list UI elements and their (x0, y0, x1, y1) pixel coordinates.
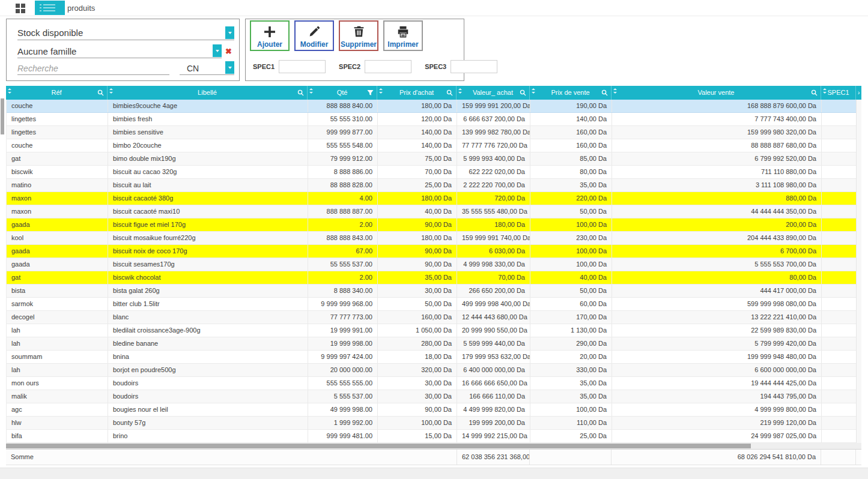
lang-dropdown-button[interactable] (225, 61, 234, 74)
sort-arrows-icon[interactable] (379, 88, 383, 94)
cell-qte[interactable]: 19 999 991.00 (308, 324, 378, 337)
cell-prix_vente[interactable]: 50,00 Da (530, 285, 612, 297)
cell-libelle[interactable]: biscwik chocolat (108, 271, 308, 284)
cell-spec1[interactable] (822, 179, 857, 191)
list-view-tab-active[interactable] (35, 1, 65, 15)
famille-combobox[interactable]: Aucune famille (17, 44, 222, 58)
cell-valeur_achat[interactable]: 180,00 Da (457, 218, 530, 231)
table-row[interactable]: gatbiscwik chocolat2.0035,00 Da70,00 Da4… (7, 271, 861, 285)
cell-libelle[interactable]: biscuit au lait (108, 179, 308, 191)
cell-libelle[interactable]: borjot en poudre500g (108, 364, 308, 376)
cell-prix_vente[interactable]: 330,00 Da (530, 364, 612, 376)
cell-qte[interactable]: 77 777 773.00 (308, 311, 378, 324)
cell-prix_achat[interactable]: 1 050,00 Da (378, 324, 457, 337)
table-row[interactable]: gaadabiscuit sesames170g55 555 537.0090,… (7, 258, 861, 271)
vertical-scrollbar-thumb[interactable] (1, 98, 4, 134)
cell-prix_vente[interactable]: 35,00 Da (530, 390, 612, 403)
sort-arrows-icon[interactable] (823, 88, 827, 94)
horizontal-scrollbar[interactable] (6, 443, 861, 449)
cell-valeur_achat[interactable]: 139 999 982 780,00 Da (457, 126, 530, 139)
cell-prix_achat[interactable]: 40,00 Da (378, 205, 457, 218)
cell-libelle[interactable]: biscuit cacaoté maxi10 (108, 205, 308, 218)
column-header-valeur_achat[interactable]: Valeur_ achat (457, 86, 530, 100)
cell-qte[interactable]: 1 999 992.00 (308, 417, 378, 429)
cell-qte[interactable]: 888 888 840.00 (308, 100, 378, 112)
cell-prix_achat[interactable]: 160,00 Da (378, 311, 457, 324)
cell-spec1[interactable] (822, 139, 857, 152)
cell-spec1[interactable] (822, 417, 857, 429)
search-icon[interactable] (297, 89, 304, 96)
cell-qte[interactable]: 49 999 998.00 (308, 403, 378, 416)
cell-qte[interactable]: 55 555 310.00 (308, 113, 378, 125)
cell-ref[interactable]: lah (7, 337, 108, 350)
cell-ref[interactable]: lah (7, 364, 108, 376)
cell-prix_achat[interactable]: 180,00 Da (378, 232, 457, 244)
cell-prix_achat[interactable]: 140,00 Da (378, 126, 457, 139)
cell-libelle[interactable]: boudoirs (108, 377, 308, 390)
cell-prix_achat[interactable]: 50,00 Da (378, 298, 457, 310)
cell-valeur_achat[interactable]: 5 599 999 440,00 Da (457, 337, 530, 350)
cell-ref[interactable]: maxon (7, 192, 108, 205)
cell-spec1[interactable] (822, 192, 857, 205)
spec1-input[interactable] (279, 60, 326, 73)
cell-spec1[interactable] (822, 377, 857, 390)
cell-qte[interactable]: 2.00 (308, 218, 378, 231)
imprimer-button[interactable]: Imprimer (383, 20, 423, 51)
column-header-qte[interactable]: Qté (308, 86, 377, 100)
sort-arrows-icon[interactable] (8, 88, 11, 94)
cell-spec1[interactable] (822, 351, 857, 363)
cell-spec1[interactable] (822, 152, 857, 165)
cell-valeur_vente[interactable]: 24 999 987 025,00 Da (612, 430, 822, 442)
cell-prix_achat[interactable]: 18,00 Da (378, 351, 457, 363)
cell-valeur_achat[interactable]: 166 666 110,00 Da (457, 390, 530, 403)
cell-valeur_achat[interactable]: 159 999 991 200,00 Da (457, 100, 530, 112)
cell-prix_vente[interactable]: 160,00 Da (530, 126, 612, 139)
cell-qte[interactable]: 20 000 000.00 (308, 364, 378, 376)
cell-prix_vente[interactable]: 190,00 Da (530, 100, 612, 112)
table-row[interactable]: matinobiscuit au lait88 888 828.0025,00 … (7, 179, 861, 192)
cell-ref[interactable]: gaada (7, 218, 108, 231)
cell-prix_vente[interactable]: 170,00 Da (530, 311, 612, 324)
cell-prix_vente[interactable]: 40,00 Da (530, 271, 612, 284)
cell-libelle[interactable]: biscuit sesames170g (108, 258, 308, 271)
cell-ref[interactable]: gaada (7, 258, 108, 271)
cell-valeur_vente[interactable]: 6 700,00 Da (612, 245, 822, 258)
column-header-valeur_vente[interactable]: Valeur vente (612, 86, 821, 100)
sort-arrows-icon[interactable] (532, 88, 535, 94)
table-row[interactable]: maxonbiscuit cacaoté maxi10888 888 887.0… (7, 205, 861, 218)
cell-valeur_achat[interactable]: 159 999 991 740,00 Da (457, 232, 530, 244)
cell-prix_vente[interactable]: 100,00 Da (530, 245, 612, 258)
cell-valeur_vente[interactable]: 200,00 Da (612, 218, 822, 231)
cell-prix_vente[interactable]: 230,00 Da (530, 232, 612, 244)
cell-qte[interactable]: 79 999 912.00 (308, 152, 378, 165)
cell-prix_vente[interactable]: 100,00 Da (530, 258, 612, 271)
cell-prix_achat[interactable]: 30,00 Da (378, 377, 457, 390)
cell-libelle[interactable]: biscuit au cacao 320g (108, 166, 308, 178)
sort-arrows-icon[interactable] (309, 88, 313, 94)
cell-valeur_achat[interactable]: 2 222 220 700,00 Da (457, 179, 530, 191)
cell-ref[interactable]: biscwik (7, 166, 108, 178)
table-row[interactable]: malikboudoirs5 555 537.0030,00 Da166 666… (7, 390, 861, 403)
cell-valeur_vente[interactable]: 7 777 743 400,00 Da (612, 113, 822, 125)
table-row[interactable]: couchebimbo 20couche555 555 548.00140,00… (7, 139, 861, 152)
table-row[interactable]: lahbledine banane19 999 998.00280,00 Da5… (7, 337, 861, 351)
cell-valeur_achat[interactable]: 70,00 Da (457, 271, 530, 284)
table-row[interactable]: bistabista galat 260g8 888 340.0030,00 D… (7, 285, 861, 298)
search-icon[interactable] (601, 89, 608, 96)
cell-libelle[interactable]: boudoirs (108, 390, 308, 403)
cell-valeur_vente[interactable]: 204 444 433 890,00 Da (612, 232, 822, 244)
cell-valeur_achat[interactable]: 6 400 000 000,00 Da (457, 364, 530, 376)
table-row[interactable]: couchebimbies9couche 4age888 888 840.001… (7, 100, 861, 113)
spec2-input[interactable] (365, 60, 411, 73)
cell-valeur_vente[interactable]: 194 443 795,00 Da (612, 390, 822, 403)
cell-prix_vente[interactable]: 20,00 Da (530, 351, 612, 363)
table-row[interactable]: lingettesbimbies sensitive999 999 877.00… (7, 126, 861, 139)
cell-qte[interactable]: 9 999 997 424.00 (308, 351, 378, 363)
cell-libelle[interactable]: bougies nour el leil (108, 403, 308, 416)
cell-valeur_vente[interactable]: 5 555 553 700,00 Da (612, 258, 822, 271)
ajouter-button[interactable]: Ajouter (250, 20, 290, 51)
cell-spec1[interactable] (822, 245, 857, 258)
cell-libelle[interactable]: bimbies fresh (108, 113, 308, 125)
cell-ref[interactable]: lingettes (7, 113, 108, 125)
stock-dropdown-button[interactable] (225, 26, 234, 39)
